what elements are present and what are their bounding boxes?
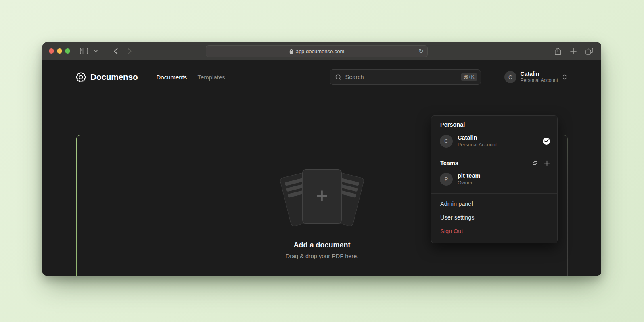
toolbar-divider bbox=[105, 48, 105, 54]
close-window-button[interactable] bbox=[49, 48, 54, 54]
personal-account-name: Catalin bbox=[458, 134, 538, 142]
browser-window: app.documenso.com ↻ bbox=[42, 42, 601, 276]
menu-item-admin-panel[interactable]: Admin panel bbox=[431, 197, 557, 211]
teams-section-header: Teams bbox=[440, 160, 458, 166]
account-name: Catalin bbox=[521, 71, 558, 78]
account-type: Personal Account bbox=[521, 77, 558, 84]
forward-button[interactable] bbox=[128, 48, 132, 54]
document-stack-illustration: + bbox=[274, 168, 370, 229]
team-name: pit-team bbox=[458, 172, 550, 180]
team-role: Owner bbox=[458, 180, 550, 186]
selected-check-icon bbox=[543, 138, 550, 145]
window-controls bbox=[49, 48, 70, 54]
dropzone-title: Add a document bbox=[293, 241, 350, 249]
tab-overview-icon[interactable] bbox=[585, 48, 593, 55]
personal-account-item[interactable]: C Catalin Personal Account bbox=[431, 132, 557, 151]
sidebar-toggle-icon[interactable] bbox=[80, 48, 88, 54]
search-input[interactable] bbox=[345, 74, 461, 80]
documenso-logo-icon bbox=[75, 72, 86, 83]
plus-icon: + bbox=[316, 185, 328, 206]
back-button[interactable] bbox=[114, 48, 118, 54]
app-navbar: Documenso Documents Templates ⌘+K C bbox=[75, 68, 567, 86]
avatar: C bbox=[440, 135, 453, 148]
team-item[interactable]: P pit-team Owner bbox=[431, 170, 557, 189]
nav-link-templates[interactable]: Templates bbox=[197, 74, 225, 81]
share-icon[interactable] bbox=[554, 47, 561, 55]
search-box[interactable]: ⌘+K bbox=[330, 69, 481, 85]
brand-name: Documenso bbox=[90, 72, 138, 82]
menu-item-sign-out[interactable]: Sign Out bbox=[431, 224, 557, 238]
add-team-icon[interactable] bbox=[544, 160, 550, 166]
address-bar[interactable]: app.documenso.com ↻ bbox=[206, 45, 428, 57]
page-content: Documenso Documents Templates ⌘+K C bbox=[42, 68, 601, 276]
personal-section-header: Personal bbox=[431, 121, 557, 132]
account-dropdown-menu: Personal C Catalin Personal Account bbox=[431, 115, 558, 243]
avatar: C bbox=[504, 71, 516, 83]
manage-teams-icon[interactable] bbox=[532, 160, 538, 166]
brand[interactable]: Documenso bbox=[75, 72, 138, 83]
search-shortcut-badge: ⌘+K bbox=[461, 73, 477, 81]
sidebar-chevron-down-icon[interactable] bbox=[94, 50, 98, 52]
lock-icon bbox=[289, 49, 293, 54]
menu-item-user-settings[interactable]: User settings bbox=[431, 211, 557, 224]
new-tab-icon[interactable] bbox=[570, 48, 577, 54]
document-card-center: + bbox=[302, 169, 342, 224]
reload-icon[interactable]: ↻ bbox=[418, 47, 424, 55]
zoom-window-button[interactable] bbox=[65, 48, 70, 54]
avatar: P bbox=[440, 173, 453, 186]
search-icon bbox=[335, 74, 342, 81]
caret-sort-icon bbox=[562, 73, 567, 81]
dropzone-subtitle: Drag & drop your PDF here. bbox=[286, 253, 359, 259]
address-text: app.documenso.com bbox=[296, 48, 345, 54]
personal-account-subtitle: Personal Account bbox=[458, 142, 538, 148]
minimize-window-button[interactable] bbox=[57, 48, 62, 54]
account-menu-button[interactable]: C Catalin Personal Account bbox=[504, 71, 567, 84]
browser-toolbar: app.documenso.com ↻ bbox=[42, 42, 601, 60]
nav-link-documents[interactable]: Documents bbox=[157, 74, 187, 81]
